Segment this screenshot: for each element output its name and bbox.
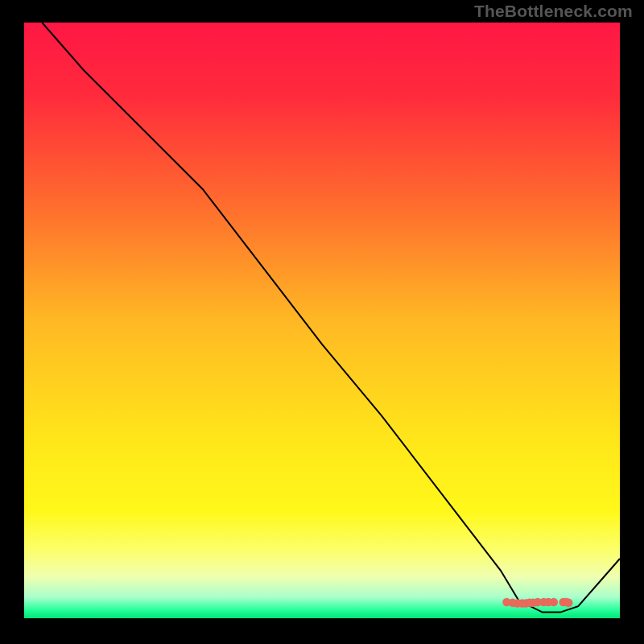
- chart-svg: [24, 23, 620, 618]
- plot-area: [24, 23, 620, 618]
- chart-frame: TheBottleneck.com: [0, 0, 644, 644]
- optimal-band-dots: [502, 598, 572, 608]
- marker-dot: [564, 599, 572, 607]
- bottleneck-curve: [42, 23, 620, 613]
- marker-dot: [550, 598, 558, 606]
- watermark-text: TheBottleneck.com: [474, 2, 633, 21]
